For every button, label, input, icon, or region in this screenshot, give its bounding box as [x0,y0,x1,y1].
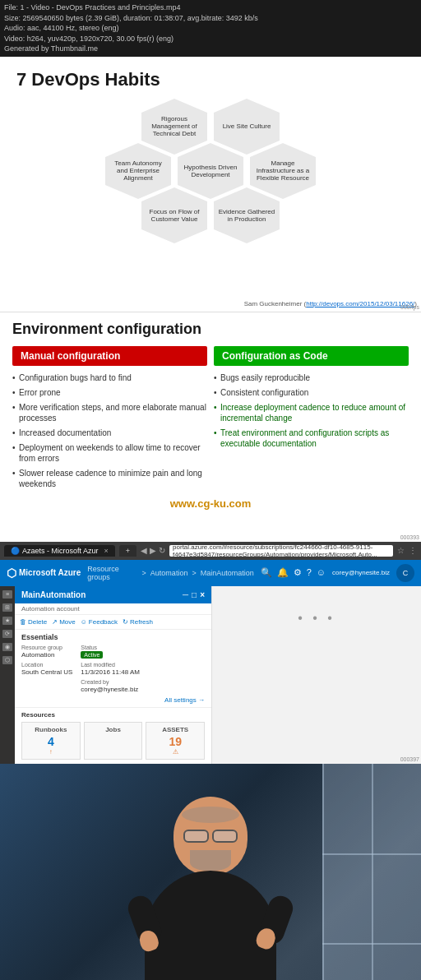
loading-dots: • • • [298,611,335,626]
manual-bullet-4: Increased documentation [12,428,207,438]
file-info-line1: File: 1 - Video - DevOps Practices and P… [4,2,417,13]
manual-bullet-3: More verification steps, and more elabor… [12,402,207,423]
azure-logo-icon: ⬡ [7,566,16,580]
essentials-right: Status Active Last modified 11/3/2016 11… [81,645,140,696]
hex-flow: Focus on Flow of Customer Value [141,187,207,243]
created-by-label: Created by [81,679,140,685]
presenter-hand-right [254,926,278,951]
watermark: www.cg-ku.com [12,497,409,510]
sidebar-icon-4[interactable]: ⟳ [2,630,12,638]
file-info-line2: Size: 2569540650 bytes (2.39 GiB), durat… [4,13,417,24]
sidebar-icon-1[interactable]: ≡ [2,590,12,599]
nav-automation[interactable]: Automation [150,569,188,577]
assets-label: ASSETS [150,726,201,733]
azure-breadcrumb: Resource groups > Automation > MainAutom… [87,565,254,581]
resources-section: Resources Runbooks 4 ↑ Jobs ASSETS [15,707,211,764]
all-settings-link[interactable]: All settings → [21,696,205,704]
timestamp2: 000393 [400,534,419,540]
assets-count: 19 [150,735,201,748]
presenter-body [145,871,276,980]
delete-button[interactable]: 🗑 Delete [20,618,47,626]
hexagon-grid: Rigorous Management of Technical Debt Li… [16,97,405,286]
resources-title: Resources [21,711,205,719]
sidebar-icon-6[interactable]: ⬡ [2,656,12,664]
timestamp1: 000/fps [400,304,419,310]
code-bullet-2: Consistent configuration [214,387,409,398]
window-frame [322,764,421,980]
essentials-grid: Resource group Automation Location South… [21,645,205,696]
assets-tile[interactable]: ASSETS 19 ⚠ [146,722,205,760]
azure-timestamp: 000397 [400,756,419,762]
azure-header-icons: 🔍 🔔 ⚙ ? ☺ [261,567,326,578]
minimize-icon[interactable]: ─ [183,590,188,599]
runbooks-tile[interactable]: Runbooks 4 ↑ [21,722,81,760]
assets-flag: ⚠ [173,748,178,756]
nav-chevron-1: > [142,569,146,577]
sidebar-icon-2[interactable]: ⊞ [2,603,12,612]
runbooks-count: 4 [25,735,76,748]
expand-icon[interactable]: □ [192,590,197,599]
presenter-section: 04:18/38 ⊞ 🔍 Ask me anything ⬡ e 📁 VS PS… [0,764,421,980]
refresh-icon[interactable]: ↻ [159,546,165,555]
created-by-value: corey@hynesite.biz [81,686,140,693]
refresh-btn-icon: ↻ [123,618,128,626]
feedback-icon[interactable]: ☺ [317,567,326,578]
back-icon[interactable]: ◀ [141,546,147,555]
move-button[interactable]: ↗ Move [52,618,76,626]
code-bullet-3: Increase deployment cadence to reduce am… [214,402,409,423]
created-label: Last modified [81,662,140,668]
presenter-figure [145,797,276,980]
address-text: portal.azure.com/#resource/subscriptions… [173,545,390,557]
tab-icon: 🔵 [11,547,20,555]
menu-icon[interactable]: ⋮ [409,546,417,555]
nav-resource-groups[interactable]: Resource groups [87,565,137,581]
file-info-line4: Video: h264, yuv420p, 1920x720, 30.00 fp… [4,34,417,44]
user-avatar[interactable]: C [396,564,414,582]
star-icon[interactable]: ☆ [397,546,405,555]
delete-label: Delete [28,618,47,626]
jobs-tile[interactable]: Jobs [84,722,143,760]
manual-config-col: Manual configuration Configuration bugs … [12,346,207,493]
browser-controls: ◀ ▶ ↻ [141,546,165,555]
browser-tab-new[interactable]: + [119,545,136,557]
code-bullet-1: Bugs easily reproducible [214,372,409,383]
address-bar[interactable]: portal.azure.com/#resource/subscriptions… [169,545,393,557]
glass-right [212,830,238,843]
essentials-label: Essentials [21,633,205,641]
refresh-button[interactable]: ↻ Refresh [123,618,153,626]
tab-label: Azaets - Microsoft Azur [22,547,99,555]
code-config-col: Configuration as Code Bugs easily reprod… [214,346,409,493]
slide1-title: 7 DevOps Habits [16,69,405,90]
rg-value: Automation [21,651,72,659]
tab-close[interactable]: × [104,547,109,555]
hex-evidence: Evidence Gathered in Production [214,187,280,243]
azure-right-panel: • • • [212,586,421,764]
presenter-beard [190,850,231,871]
window-divider-vertical [372,764,373,980]
sidebar-icon-3[interactable]: ★ [2,617,12,625]
search-icon[interactable]: 🔍 [261,567,272,578]
azure-content: MainAutomation ─ □ × Automation account … [15,586,421,764]
move-icon: ↗ [52,618,58,626]
browser-bar: 🔵 Azaets - Microsoft Azur × + ◀ ▶ ↻ port… [0,542,421,560]
code-bullet-4: Treat environment and configuration scri… [214,428,409,449]
browser-tab-active[interactable]: 🔵 Azaets - Microsoft Azur × [4,545,115,557]
azure-body: ≡ ⊞ ★ ⟳ ◉ ⬡ MainAutomation ─ □ × Automat… [0,586,421,764]
settings-icon[interactable]: ⚙ [294,567,302,578]
essentials-left: Resource group Automation Location South… [21,645,72,696]
file-info-line3: Audio: aac, 44100 Hz, stereo (eng) [4,23,417,34]
sidebar-icon-5[interactable]: ◉ [2,643,12,651]
runbooks-label: Runbooks [25,726,76,733]
azure-portal-section[interactable]: 🔵 Azaets - Microsoft Azur × + ◀ ▶ ↻ port… [0,542,421,764]
nav-chevron-2: > [192,569,196,577]
file-info-line5: Generated by Thumbnail.me [4,44,417,54]
bell-icon[interactable]: 🔔 [277,567,289,578]
help-icon[interactable]: ? [307,567,312,578]
feedback-button[interactable]: ☺ Feedback [81,618,118,626]
forward-icon[interactable]: ▶ [150,546,156,555]
glass-left [183,830,209,843]
panel-close-icon[interactable]: × [200,590,205,599]
panel-toolbar: 🗑 Delete ↗ Move ☺ Feedback ↻ Refresh [15,615,211,630]
nav-main-automation[interactable]: MainAutomation [201,569,254,577]
sam-credit-link[interactable]: http://devops.com/2015/12/03/11626/ [306,300,414,307]
